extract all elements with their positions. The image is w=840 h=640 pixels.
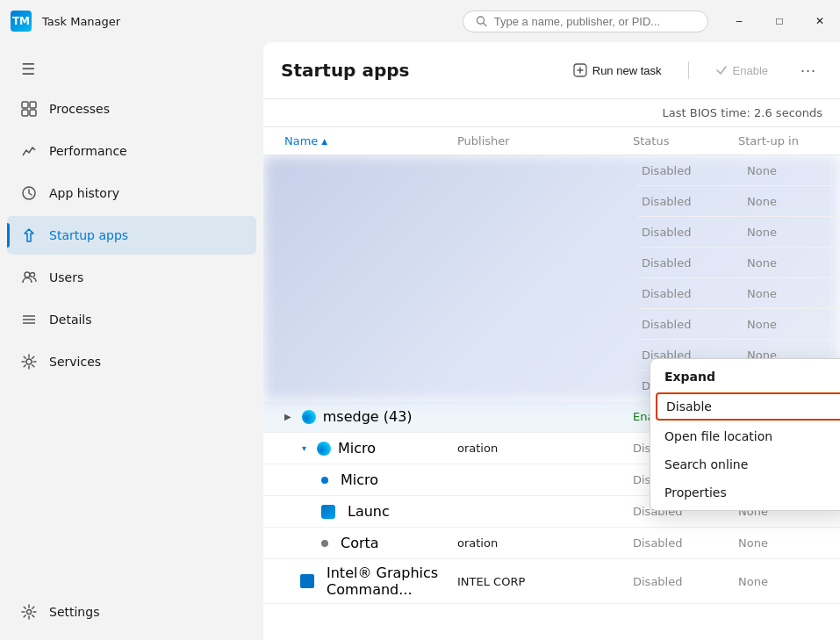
table-row[interactable]: Corta oration Disabled None <box>263 528 840 559</box>
svg-rect-5 <box>30 110 36 116</box>
svg-point-13 <box>27 610 32 615</box>
svg-rect-3 <box>30 102 36 108</box>
startup-cell: None <box>743 159 831 183</box>
window-controls: – □ ✕ <box>719 7 840 35</box>
status-cell: Disabled <box>638 190 743 213</box>
context-menu-disable[interactable]: Disable <box>656 392 840 421</box>
svg-point-8 <box>31 273 35 277</box>
status-cell: Disabled <box>638 220 743 244</box>
sidebar-item-label: Settings <box>49 605 99 619</box>
properties-label: Properties <box>664 485 727 500</box>
publisher-column-header[interactable]: Publisher <box>454 127 629 155</box>
svg-rect-2 <box>22 102 28 108</box>
publisher-cell <box>454 507 629 517</box>
titlebar: TM Task Manager – □ ✕ <box>0 0 840 42</box>
services-icon <box>21 354 37 370</box>
app-name: Intel® Graphics Command... <box>327 564 450 598</box>
disable-label: Disable <box>666 399 712 413</box>
startup-cell: None <box>735 570 822 593</box>
sidebar-item-label: Startup apps <box>49 228 128 242</box>
sidebar-item-settings[interactable]: Settings <box>7 593 256 631</box>
run-task-icon <box>573 63 587 77</box>
app-name: Micro <box>341 471 378 488</box>
hamburger-button[interactable]: ☰ <box>7 51 256 86</box>
search-icon <box>476 15 487 27</box>
expand-arrow-icon[interactable]: ▶ <box>284 412 291 421</box>
main-layout: ☰ Processes Performance App history Star <box>0 42 840 640</box>
table-header: Name ▲ Publisher Status Start-up in <box>263 127 840 155</box>
app-icon: TM <box>11 11 32 32</box>
expand-arrow-icon[interactable]: ▾ <box>302 443 306 453</box>
more-options-button[interactable]: ··· <box>794 56 822 84</box>
intel-icon <box>300 574 314 588</box>
enable-button[interactable]: Enable <box>703 59 780 83</box>
details-icon <box>21 312 37 327</box>
edge-icon <box>317 442 331 456</box>
status-column-header[interactable]: Status <box>629 127 735 155</box>
status-cell: Disabled <box>629 570 735 593</box>
app-name-cell: Corta <box>298 529 454 557</box>
startup-cell: None <box>743 313 831 336</box>
sidebar-item-services[interactable]: Services <box>7 342 256 381</box>
context-menu-open-file-location[interactable]: Open file location <box>650 422 840 450</box>
status-cell: Disabled <box>638 251 743 275</box>
sidebar-item-label: Details <box>49 313 92 327</box>
settings-icon <box>21 604 37 620</box>
more-icon: ··· <box>801 61 816 80</box>
name-column-header[interactable]: Name ▲ <box>281 127 454 155</box>
startup-cell: None <box>743 282 831 306</box>
context-menu-search-online[interactable]: Search online <box>650 450 840 478</box>
app-name: Micro <box>338 440 376 457</box>
sidebar-item-processes[interactable]: Processes <box>7 90 256 128</box>
sidebar-item-users[interactable]: Users <box>7 258 256 297</box>
maximize-button[interactable]: □ <box>759 7 800 35</box>
context-menu-expand[interactable]: Expand <box>650 363 840 391</box>
status-header-label: Status <box>633 134 669 147</box>
search-input[interactable] <box>494 15 695 28</box>
svg-rect-4 <box>22 110 28 116</box>
page-title: Startup apps <box>281 60 547 81</box>
sidebar-item-startup-apps[interactable]: Startup apps <box>7 216 256 255</box>
publisher-cell: oration <box>454 436 629 460</box>
publisher-cell <box>454 475 629 485</box>
bios-time-text: Last BIOS time: 2.6 seconds <box>663 106 822 119</box>
performance-icon <box>21 143 37 159</box>
sidebar-item-label: Processes <box>49 102 110 116</box>
open-file-location-label: Open file location <box>664 429 772 443</box>
publisher-cell <box>454 412 629 422</box>
sidebar-item-label: Performance <box>49 144 127 158</box>
publisher-cell: oration <box>454 531 629 555</box>
expand-label: Expand <box>664 370 715 384</box>
search-online-label: Search online <box>664 457 748 471</box>
enable-label: Enable <box>733 64 768 77</box>
sidebar: ☰ Processes Performance App history Star <box>0 42 263 640</box>
sidebar-item-label: App history <box>49 186 119 200</box>
app-name-cell: Micro <box>298 466 454 493</box>
context-menu: Expand Disable Open file location Search… <box>650 358 840 511</box>
app-title: Task Manager <box>42 15 452 28</box>
sort-icon: ▲ <box>321 137 327 146</box>
svg-point-12 <box>26 359 32 364</box>
cortana-icon <box>321 540 328 547</box>
search-bar[interactable] <box>463 11 708 32</box>
sidebar-item-performance[interactable]: Performance <box>7 132 256 170</box>
startup-cell: None <box>743 190 831 213</box>
app-history-icon <box>21 185 37 201</box>
enable-check-icon <box>715 64 728 76</box>
context-menu-properties[interactable]: Properties <box>650 478 840 507</box>
app-name-cell: Intel® Graphics Command... <box>281 559 454 603</box>
startup-column-header[interactable]: Start-up in <box>735 127 822 155</box>
hamburger-icon: ☰ <box>21 60 35 78</box>
minimize-button[interactable]: – <box>719 7 759 35</box>
app-name: msedge (43) <box>323 408 413 425</box>
users-icon <box>21 270 37 285</box>
run-new-task-button[interactable]: Run new task <box>561 58 674 83</box>
sidebar-item-label: Services <box>49 355 101 369</box>
svg-point-7 <box>25 272 30 277</box>
sidebar-item-details[interactable]: Details <box>7 300 256 339</box>
status-cell: Disabled <box>638 159 743 183</box>
sidebar-item-app-history[interactable]: App history <box>7 174 256 212</box>
table-row[interactable]: Intel® Graphics Command... INTEL CORP Di… <box>263 559 840 604</box>
close-button[interactable]: ✕ <box>800 7 840 35</box>
app-name-cell: ▾ Micro <box>298 435 454 462</box>
